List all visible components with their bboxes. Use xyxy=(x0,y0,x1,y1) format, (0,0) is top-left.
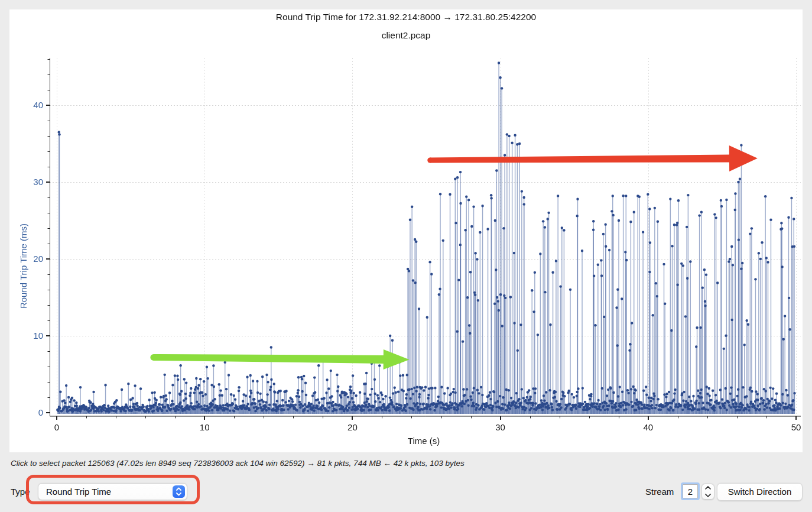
chart-title: Round Trip Time for 172.31.92.214:8000 →… xyxy=(9,12,803,22)
type-label: Type xyxy=(11,487,30,497)
chevron-down-icon xyxy=(704,493,712,498)
type-dropdown[interactable]: Round Trip Time xyxy=(38,483,187,500)
x-axis-label: Time (s) xyxy=(45,436,803,446)
switch-direction-button[interactable]: Switch Direction xyxy=(717,483,803,501)
stream-label: Stream xyxy=(645,487,674,497)
stream-stepper xyxy=(701,484,714,500)
y-axis-label: Round Trip Time (ms) xyxy=(18,223,28,309)
packet-hint-text: Click to select packet 125063 (47.02s le… xyxy=(11,459,800,468)
tcp-stream-graph-window: { "window": { "background": "#ececec", "… xyxy=(0,0,812,512)
stream-stepper-up-button[interactable] xyxy=(702,484,714,491)
chart-canvas: Round Trip Time for 172.31.92.214:8000 →… xyxy=(9,9,803,452)
rtt-plot[interactable] xyxy=(9,9,803,452)
stream-stepper-down-button[interactable] xyxy=(702,492,714,499)
dropdown-stepper-icon xyxy=(173,485,185,498)
stream-spinbox xyxy=(681,482,700,500)
stream-input[interactable] xyxy=(683,484,698,498)
chevron-up-icon xyxy=(704,485,712,490)
type-dropdown-value: Round Trip Time xyxy=(38,487,187,497)
chart-subtitle: client2.pcap xyxy=(9,30,803,41)
